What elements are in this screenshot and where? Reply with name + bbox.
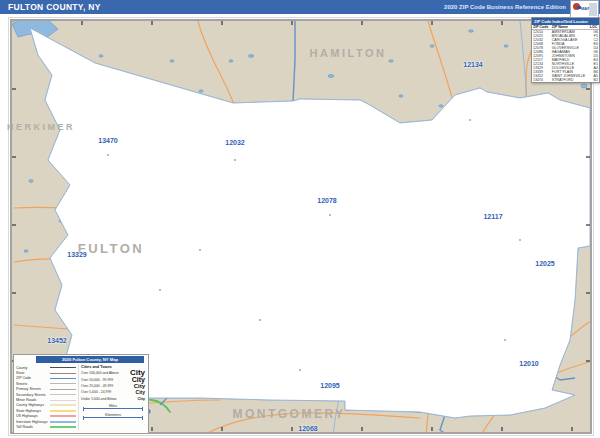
zip-code-label: 12010 xyxy=(519,360,538,367)
legend-swatch xyxy=(50,373,76,374)
county-label: HAMILTON xyxy=(309,47,386,59)
zip-code-label: 12032 xyxy=(225,139,244,146)
zip-code-label: 12025 xyxy=(535,260,554,267)
legend-swatch xyxy=(50,383,76,384)
legend-swatch xyxy=(50,394,76,395)
zip-code-label: 12095 xyxy=(320,382,339,389)
edition-label: 2020 ZIP Code Business Reference Edition xyxy=(444,4,566,10)
title-banner: FULTON COUNTY, NY 2020 ZIP Code Business… xyxy=(0,0,600,14)
legend-swatch xyxy=(50,421,76,423)
map-legend: 2020 Fulton County, NY Map CountyStateZI… xyxy=(13,354,149,434)
legend-scale-bars: MilesKilometers xyxy=(81,404,145,420)
zip-code-label: 13452 xyxy=(47,337,66,344)
legend-city-rows: Over 100,000 and AboveCityOver 50,000 - … xyxy=(81,370,145,402)
zip-index-table: ZIP Code Index/Grid Locator ZIP CodeZIP … xyxy=(531,17,600,83)
logo-globe-icon xyxy=(573,3,580,10)
zip-table-title: ZIP Code Index/Grid Locator xyxy=(532,18,599,25)
zip-code-label: 12117 xyxy=(483,213,502,220)
legend-swatch xyxy=(50,389,76,390)
logo-contact-block xyxy=(589,3,597,16)
legend-swatch xyxy=(50,404,76,406)
legend-title: 2020 Fulton County, NY Map xyxy=(36,356,144,363)
legend-swatch xyxy=(50,410,76,412)
zip-code-label: 12078 xyxy=(317,197,336,204)
county-label: FULTON xyxy=(78,241,145,256)
map-sheet: FULTON COUNTY, NY 2020 ZIP Code Business… xyxy=(0,0,600,438)
zip-code-label: 13329 xyxy=(67,251,86,258)
legend-swatch xyxy=(50,400,76,401)
zip-code-label: 13470 xyxy=(98,137,117,144)
scale-bar: Miles xyxy=(81,404,145,411)
zip-code-label: 12134 xyxy=(463,61,482,68)
legend-swatch xyxy=(50,415,76,417)
legend-swatch xyxy=(50,367,76,368)
legend-city-row: Under 5,000 and BelowCity xyxy=(81,396,145,402)
page-title: FULTON COUNTY, NY xyxy=(8,2,101,12)
county-label: HERKIMER xyxy=(7,122,75,132)
legend-swatch xyxy=(50,426,76,428)
marketmaps-logo: MAPS xyxy=(570,0,599,18)
legend-swatch xyxy=(50,378,76,379)
table-row: 13470STRATFORDB2 xyxy=(532,78,599,82)
county-label: MONTGOMERY xyxy=(232,407,345,421)
legend-item: Toll Roads xyxy=(16,424,78,429)
legend-line-items: CountyStateZIP CodeStreetsPrimary Street… xyxy=(14,364,78,430)
zip-code-label: 12068 xyxy=(298,425,317,432)
scale-bar: Kilometers xyxy=(81,413,145,420)
zip-table-column: ZIP Code xyxy=(532,25,551,30)
